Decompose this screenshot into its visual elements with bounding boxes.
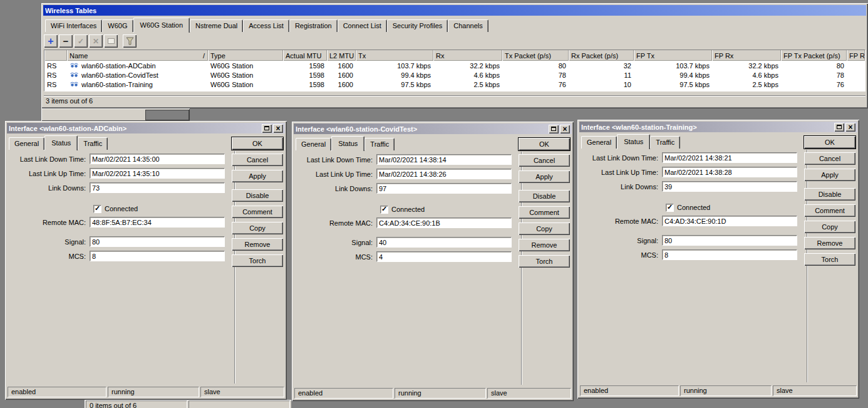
tab-status[interactable]: Status — [44, 135, 78, 150]
ok-button[interactable]: OK — [232, 137, 283, 150]
dialog-titlebar[interactable]: Interface <wlan60-station-Training> × — [579, 122, 857, 132]
remote-mac-input[interactable] — [90, 217, 225, 228]
tab-traffic[interactable]: Traffic — [650, 136, 680, 149]
dialog-titlebar[interactable]: Interface <wlan60-station-CovidTest> × — [294, 123, 572, 134]
disable-button[interactable]: Disable — [519, 190, 570, 202]
connected-checkbox[interactable]: ✓ — [93, 205, 101, 213]
table-row[interactable]: RS wlan60-station-Training W60G Station … — [44, 80, 865, 89]
column-header-fp-tx[interactable]: FP Tx — [634, 50, 712, 61]
tab-w60g[interactable]: W60G — [102, 19, 133, 32]
tab-status[interactable]: Status — [617, 134, 650, 149]
mcs-input[interactable] — [90, 251, 225, 261]
last-link-down-input[interactable] — [90, 154, 225, 164]
column-header-tx[interactable]: Tx — [356, 50, 433, 61]
table-row[interactable]: RS wlan60-station-ADCabin W60G Station 1… — [44, 61, 865, 70]
remote-mac-input[interactable] — [662, 216, 797, 226]
tab-channels[interactable]: Channels — [448, 19, 488, 32]
apply-button[interactable]: Apply — [519, 170, 570, 183]
link-downs-input[interactable] — [662, 181, 797, 192]
ok-button[interactable]: OK — [519, 138, 570, 150]
column-header-actual-mtu[interactable]: Actual MTU — [283, 50, 327, 61]
last-link-up-label: Last Link Up Time: — [294, 170, 376, 178]
enable-button[interactable]: ✓ — [74, 34, 88, 48]
column-header-fp-tx-packet[interactable]: FP Tx Packet (p/s) — [781, 50, 847, 61]
remove-button[interactable]: Remove — [519, 239, 570, 251]
tab-nstreme-dual[interactable]: Nstreme Dual — [190, 19, 243, 32]
maximize-button[interactable] — [834, 123, 844, 132]
remove-button[interactable]: Remove — [804, 237, 855, 249]
close-button[interactable]: × — [845, 123, 855, 132]
torch-button[interactable]: Torch — [232, 254, 283, 267]
link-downs-input[interactable] — [376, 183, 512, 194]
remove-button[interactable]: − — [59, 34, 73, 48]
filter-button[interactable] — [123, 34, 137, 48]
table-row[interactable]: RS wlan60-station-CovidTest W60G Station… — [44, 70, 865, 80]
tab-status[interactable]: Status — [331, 136, 364, 151]
column-header-fp-rx-2[interactable]: FP Rx — [847, 50, 865, 61]
cancel-button[interactable]: Cancel — [804, 152, 855, 165]
last-link-up-input[interactable] — [90, 168, 225, 179]
link-downs-label: Link Downs: — [7, 184, 90, 192]
tab-connect-list[interactable]: Connect List — [338, 19, 387, 32]
add-button[interactable]: + — [44, 34, 58, 48]
status-fields: Last Link Down Time: Last Link Up Time: … — [579, 152, 806, 264]
tab-traffic[interactable]: Traffic — [364, 138, 395, 150]
last-link-down-input[interactable] — [662, 152, 797, 163]
column-header-rx-packet[interactable]: Rx Packet (p/s) — [569, 50, 634, 61]
tab-general[interactable]: General — [581, 136, 617, 149]
last-link-up-input[interactable] — [376, 169, 512, 179]
column-header-name[interactable]: Name / — [67, 50, 208, 61]
tab-traffic[interactable]: Traffic — [78, 137, 108, 150]
copy-button[interactable]: Copy — [232, 222, 283, 234]
remote-mac-input[interactable] — [376, 217, 512, 228]
tab-registration[interactable]: Registration — [289, 19, 338, 32]
maximize-button[interactable] — [549, 125, 559, 133]
remove-button[interactable]: Remove — [232, 238, 283, 251]
close-button[interactable]: × — [560, 125, 570, 133]
copy-button[interactable]: Copy — [519, 222, 570, 235]
mcs-input[interactable] — [662, 249, 797, 260]
comment-button[interactable]: Comment — [804, 204, 855, 217]
connected-checkbox[interactable]: ✓ — [666, 204, 674, 212]
column-header-flags[interactable] — [44, 50, 67, 61]
comment-button[interactable]: Comment — [519, 206, 570, 219]
apply-button[interactable]: Apply — [232, 170, 283, 182]
column-header-l2-mtu[interactable]: L2 MTU — [327, 50, 356, 61]
row-rx: 32.2 kbps — [433, 62, 502, 70]
tab-general[interactable]: General — [296, 138, 331, 150]
comment-button[interactable]: Comment — [232, 206, 283, 218]
ok-button[interactable]: OK — [804, 136, 855, 149]
tab-access-list[interactable]: Access List — [243, 19, 289, 32]
torch-button[interactable]: Torch — [804, 253, 855, 266]
torch-button[interactable]: Torch — [519, 255, 570, 268]
cancel-button[interactable]: Cancel — [519, 154, 570, 167]
disable-button[interactable]: Disable — [804, 188, 855, 201]
copy-button[interactable]: Copy — [804, 221, 855, 233]
cancel-button[interactable]: Cancel — [232, 154, 283, 166]
column-header-type[interactable]: Type — [208, 50, 283, 61]
link-downs-input[interactable] — [90, 182, 225, 193]
disable-button[interactable]: ✕ — [89, 34, 103, 48]
connected-checkbox[interactable]: ✓ — [380, 206, 388, 214]
remote-mac-label: Remote MAC: — [294, 219, 376, 227]
column-header-fp-rx[interactable]: FP Rx — [712, 50, 781, 61]
tab-general[interactable]: General — [9, 137, 44, 150]
signal-input[interactable] — [90, 236, 225, 247]
apply-button[interactable]: Apply — [804, 169, 855, 181]
column-header-tx-packet[interactable]: Tx Packet (p/s) — [502, 50, 569, 61]
tab-w60g-station[interactable]: W60G Station — [133, 18, 190, 33]
mcs-input[interactable] — [376, 251, 512, 262]
last-link-down-input[interactable] — [376, 154, 512, 165]
signal-input[interactable] — [662, 235, 797, 246]
disable-button[interactable]: Disable — [232, 189, 283, 202]
tab-security-profiles[interactable]: Security Profiles — [387, 19, 448, 32]
comment-button[interactable] — [104, 34, 118, 48]
maximize-button[interactable] — [262, 124, 272, 133]
signal-input[interactable] — [376, 237, 512, 248]
tab-wifi-interfaces[interactable]: WiFi Interfaces — [45, 19, 102, 32]
window-titlebar[interactable]: Wireless Tables — [43, 5, 866, 16]
close-button[interactable]: × — [273, 124, 283, 133]
column-header-rx[interactable]: Rx — [433, 50, 502, 61]
last-link-up-input[interactable] — [662, 167, 797, 177]
dialog-titlebar[interactable]: Interface <wlan60-station-ADCabin> × — [7, 123, 285, 133]
